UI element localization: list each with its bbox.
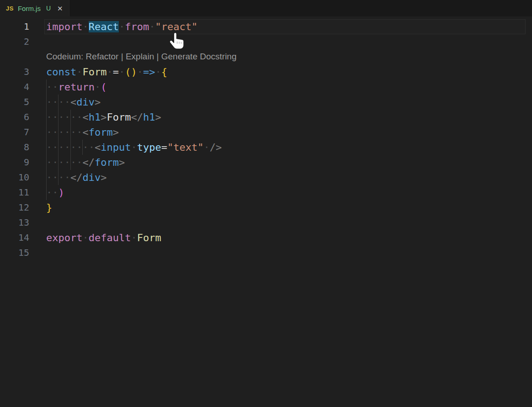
code-token: < [95,142,101,153]
line-number[interactable]: 12 [0,200,46,215]
code-token: Form [106,111,131,123]
code-token: · [131,232,137,243]
code-token: import [46,21,82,32]
code-token: · [203,142,209,153]
code-token: from [125,21,149,32]
code-token: > [101,111,106,123]
code-token: ···· [46,172,70,183]
selected-text: React [89,21,119,32]
code-line[interactable]: 3const·Form·=·()·=>·{ [0,64,532,79]
code-token: ) [59,187,64,198]
code-content: const·Form·=·()·=>·{ [46,64,532,79]
code-content: ··) [46,185,532,200]
code-token: · [76,66,82,78]
code-token: div [76,96,95,108]
code-content: ······<h1>Form</h1> [46,110,532,125]
code-content: ····<div> [46,95,532,110]
code-token: "text" [167,142,203,153]
code-line[interactable]: 13 [0,215,532,230]
code-editor[interactable]: 1import·React·from·"react"2Codeium: Refa… [0,16,532,407]
line-number[interactable]: 5 [0,95,46,110]
code-token: const [46,66,76,78]
code-token: · [137,66,143,78]
code-token: · [119,66,125,78]
code-token: ······ [46,111,82,123]
tab-close-icon[interactable]: ✕ [57,5,63,12]
line-number[interactable]: 9 [0,155,46,170]
line-number[interactable]: 8 [0,140,46,155]
code-token: } [46,202,52,213]
editor-rows: 1import·React·from·"react"2Codeium: Refa… [0,19,532,260]
code-content [46,245,532,260]
line-number[interactable]: 13 [0,215,46,230]
line-number[interactable]: 6 [0,110,46,125]
codelens-action[interactable]: Codeium: Refactor [46,52,118,61]
code-token: Form [137,232,161,243]
line-number[interactable]: 2 [0,34,46,49]
code-token: = [161,142,167,153]
code-line[interactable]: 11··) [0,185,532,200]
codelens-separator: | [118,52,126,61]
code-token: </ [82,157,95,168]
code-content: ··return·( [46,79,532,95]
line-number[interactable]: 3 [0,64,46,79]
code-token: < [82,111,88,123]
code-line[interactable]: 5····<div> [0,95,532,110]
codelens-separator: | [154,52,161,61]
code-line[interactable]: 14export·default·Form [0,230,532,245]
code-content [46,34,532,49]
codelens-action[interactable]: Explain [126,52,154,61]
code-token: </ [131,111,143,123]
line-number[interactable]: 14 [0,230,46,245]
code-token: form [95,157,119,168]
code-line[interactable]: 4··return·( [0,79,532,95]
code-line[interactable]: 10····</div> [0,170,532,185]
code-content: ······</form> [46,155,532,170]
code-token: > [101,172,106,183]
git-untracked-badge: U [46,5,51,12]
code-token: < [82,127,88,138]
code-content: import·React·from·"react" [46,19,532,34]
code-line[interactable]: 7······<form> [0,125,532,140]
tab-form-js[interactable]: JS Form.js U ✕ [0,0,69,16]
codelens-action[interactable]: Generate Docstring [161,52,237,61]
code-token: ( [101,81,106,93]
code-line[interactable]: 6······<h1>Form</h1> [0,110,532,125]
code-token: h1 [143,111,155,123]
vscode-window: { "tabbar": { "tab": { "file_icon": "JS"… [0,0,532,407]
code-token: export [46,232,82,243]
tab-filename: Form.js [18,5,41,12]
code-token: · [82,21,88,32]
code-token: ······ [46,157,82,168]
code-token: ······ [46,127,82,138]
code-token: div [82,172,101,183]
code-line[interactable]: 1import·React·from·"react" [0,19,532,34]
line-number[interactable]: 11 [0,185,46,200]
line-number[interactable]: 10 [0,170,46,185]
code-content: ······<form> [46,125,532,140]
code-content: ····</div> [46,170,532,185]
code-token: · [119,21,125,32]
code-line[interactable]: 15 [0,245,532,260]
line-number[interactable]: 15 [0,245,46,260]
line-number[interactable]: 1 [0,19,46,34]
code-line[interactable]: 2 [0,34,532,49]
code-token: { [161,66,167,78]
code-token: > [155,111,161,123]
code-token: < [70,96,76,108]
code-line[interactable]: 8········<input·type="text"·/> [0,140,532,155]
code-line[interactable]: 9······</form> [0,155,532,170]
codelens-content: Codeium: Refactor | Explain | Generate D… [46,49,532,64]
code-token: return [59,81,95,93]
code-token: input [101,142,131,153]
line-number[interactable]: 7 [0,125,46,140]
code-line[interactable]: 12} [0,200,532,215]
code-token: · [95,81,101,93]
code-token: () [125,66,137,78]
codelens-row[interactable]: Codeium: Refactor | Explain | Generate D… [0,49,532,64]
code-content: ········<input·type="text"·/> [46,140,532,155]
code-token: ···· [46,96,70,108]
line-number[interactable]: 4 [0,79,46,95]
code-token: ········ [46,142,95,153]
code-token: ·· [46,81,59,93]
